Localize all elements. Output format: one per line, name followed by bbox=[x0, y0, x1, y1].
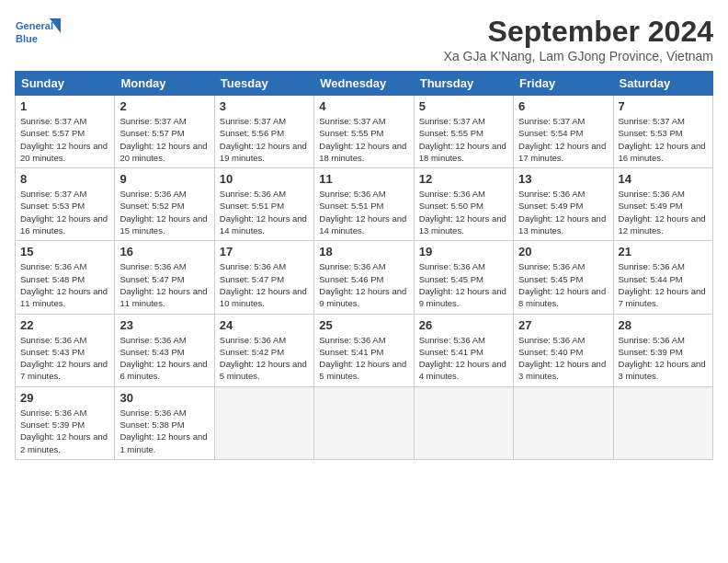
day-cell: 22 Sunrise: 5:36 AM Sunset: 5:43 PM Dayl… bbox=[16, 314, 115, 386]
sunrise-label: Sunrise: 5:36 AM bbox=[518, 189, 585, 199]
day-cell: 24 Sunrise: 5:36 AM Sunset: 5:42 PM Dayl… bbox=[214, 314, 313, 386]
sunset-label: Sunset: 5:53 PM bbox=[619, 128, 683, 138]
main-title: September 2024 bbox=[444, 15, 713, 49]
daylight-label: Daylight: 12 hours and 16 minutes. bbox=[20, 213, 108, 236]
daylight-label: Daylight: 12 hours and 5 minutes. bbox=[319, 359, 406, 381]
sunset-label: Sunset: 5:50 PM bbox=[419, 201, 483, 211]
sunrise-label: Sunrise: 5:37 AM bbox=[20, 116, 86, 126]
day-number: 18 bbox=[319, 245, 408, 259]
day-cell: 8 Sunrise: 5:37 AM Sunset: 5:53 PM Dayli… bbox=[16, 168, 115, 241]
day-number: 24 bbox=[220, 318, 309, 332]
col-header-thursday: Thursday bbox=[414, 72, 513, 96]
day-info: Sunrise: 5:36 AM Sunset: 5:45 PM Dayligh… bbox=[518, 260, 608, 309]
daylight-label: Daylight: 12 hours and 1 minute. bbox=[119, 431, 207, 454]
day-cell: 18 Sunrise: 5:36 AM Sunset: 5:46 PM Dayl… bbox=[314, 241, 414, 314]
sunrise-label: Sunrise: 5:36 AM bbox=[119, 189, 186, 199]
sunset-label: Sunset: 5:43 PM bbox=[119, 347, 184, 357]
day-info: Sunrise: 5:37 AM Sunset: 5:57 PM Dayligh… bbox=[119, 115, 209, 164]
sunrise-label: Sunrise: 5:36 AM bbox=[319, 335, 385, 345]
sunrise-label: Sunrise: 5:36 AM bbox=[119, 335, 186, 345]
sunrise-label: Sunrise: 5:36 AM bbox=[518, 335, 585, 345]
sunrise-label: Sunrise: 5:36 AM bbox=[20, 261, 86, 271]
day-info: Sunrise: 5:37 AM Sunset: 5:55 PM Dayligh… bbox=[419, 115, 508, 164]
daylight-label: Daylight: 12 hours and 7 minutes. bbox=[20, 359, 108, 381]
daylight-label: Daylight: 12 hours and 19 minutes. bbox=[220, 141, 307, 163]
col-header-monday: Monday bbox=[115, 72, 214, 96]
day-number: 25 bbox=[319, 318, 408, 332]
day-cell: 29 Sunrise: 5:36 AM Sunset: 5:39 PM Dayl… bbox=[16, 386, 115, 459]
sunrise-label: Sunrise: 5:36 AM bbox=[419, 189, 485, 199]
sunrise-label: Sunrise: 5:37 AM bbox=[319, 116, 385, 126]
sunset-label: Sunset: 5:55 PM bbox=[419, 128, 483, 138]
day-cell: 12 Sunrise: 5:36 AM Sunset: 5:50 PM Dayl… bbox=[414, 168, 513, 241]
daylight-label: Daylight: 12 hours and 9 minutes. bbox=[419, 286, 506, 308]
day-cell bbox=[214, 386, 313, 459]
sunrise-label: Sunrise: 5:36 AM bbox=[419, 335, 485, 345]
day-info: Sunrise: 5:37 AM Sunset: 5:56 PM Dayligh… bbox=[220, 115, 309, 164]
day-info: Sunrise: 5:36 AM Sunset: 5:39 PM Dayligh… bbox=[20, 407, 109, 455]
day-number: 7 bbox=[619, 99, 708, 113]
sunset-label: Sunset: 5:55 PM bbox=[319, 128, 383, 138]
daylight-label: Daylight: 12 hours and 13 minutes. bbox=[419, 213, 506, 236]
day-number: 17 bbox=[220, 245, 309, 259]
day-cell: 23 Sunrise: 5:36 AM Sunset: 5:43 PM Dayl… bbox=[115, 314, 214, 386]
sunset-label: Sunset: 5:48 PM bbox=[20, 274, 85, 284]
col-header-tuesday: Tuesday bbox=[214, 72, 313, 96]
day-number: 15 bbox=[20, 245, 109, 259]
day-number: 2 bbox=[119, 99, 209, 113]
day-number: 12 bbox=[419, 172, 508, 186]
sunrise-label: Sunrise: 5:36 AM bbox=[619, 261, 685, 271]
sunrise-label: Sunrise: 5:37 AM bbox=[518, 116, 585, 126]
day-cell: 30 Sunrise: 5:36 AM Sunset: 5:38 PM Dayl… bbox=[115, 386, 214, 459]
svg-text:Blue: Blue bbox=[16, 33, 38, 44]
daylight-label: Daylight: 12 hours and 11 minutes. bbox=[119, 286, 207, 308]
day-cell: 10 Sunrise: 5:36 AM Sunset: 5:51 PM Dayl… bbox=[214, 168, 313, 241]
header: General Blue September 2024 Xa GJa K'Nan… bbox=[15, 15, 713, 63]
sunset-label: Sunset: 5:47 PM bbox=[220, 274, 284, 284]
day-info: Sunrise: 5:36 AM Sunset: 5:44 PM Dayligh… bbox=[619, 260, 708, 309]
day-cell bbox=[514, 386, 613, 459]
sunrise-label: Sunrise: 5:36 AM bbox=[20, 408, 86, 418]
day-number: 8 bbox=[20, 172, 109, 186]
sunset-label: Sunset: 5:45 PM bbox=[518, 274, 583, 284]
daylight-label: Daylight: 12 hours and 13 minutes. bbox=[518, 213, 606, 236]
daylight-label: Daylight: 12 hours and 11 minutes. bbox=[20, 286, 108, 308]
sunset-label: Sunset: 5:47 PM bbox=[119, 274, 184, 284]
sunset-label: Sunset: 5:46 PM bbox=[319, 274, 383, 284]
day-cell: 15 Sunrise: 5:36 AM Sunset: 5:48 PM Dayl… bbox=[16, 241, 115, 314]
day-cell bbox=[613, 386, 712, 459]
daylight-label: Daylight: 12 hours and 15 minutes. bbox=[119, 213, 207, 236]
sunset-label: Sunset: 5:51 PM bbox=[220, 201, 284, 211]
week-row-2: 8 Sunrise: 5:37 AM Sunset: 5:53 PM Dayli… bbox=[16, 168, 713, 241]
col-header-friday: Friday bbox=[514, 72, 613, 96]
day-info: Sunrise: 5:36 AM Sunset: 5:41 PM Dayligh… bbox=[319, 334, 408, 383]
sunset-label: Sunset: 5:57 PM bbox=[119, 128, 184, 138]
day-number: 16 bbox=[119, 245, 209, 259]
sunset-label: Sunset: 5:38 PM bbox=[119, 419, 184, 430]
day-info: Sunrise: 5:36 AM Sunset: 5:43 PM Dayligh… bbox=[119, 334, 209, 383]
day-number: 11 bbox=[319, 172, 408, 186]
sunset-label: Sunset: 5:41 PM bbox=[419, 347, 483, 357]
sunset-label: Sunset: 5:43 PM bbox=[20, 347, 85, 357]
sunset-label: Sunset: 5:39 PM bbox=[619, 347, 683, 357]
day-cell: 7 Sunrise: 5:37 AM Sunset: 5:53 PM Dayli… bbox=[613, 96, 712, 168]
day-cell: 13 Sunrise: 5:36 AM Sunset: 5:49 PM Dayl… bbox=[514, 168, 613, 241]
day-number: 9 bbox=[119, 172, 209, 186]
sunrise-label: Sunrise: 5:36 AM bbox=[319, 189, 385, 199]
daylight-label: Daylight: 12 hours and 16 minutes. bbox=[619, 141, 706, 163]
sunset-label: Sunset: 5:41 PM bbox=[319, 347, 383, 357]
day-info: Sunrise: 5:37 AM Sunset: 5:55 PM Dayligh… bbox=[319, 115, 408, 164]
day-cell bbox=[314, 386, 414, 459]
sunrise-label: Sunrise: 5:36 AM bbox=[419, 261, 485, 271]
day-info: Sunrise: 5:36 AM Sunset: 5:50 PM Dayligh… bbox=[419, 188, 508, 236]
sunset-label: Sunset: 5:52 PM bbox=[119, 201, 184, 211]
day-cell bbox=[414, 386, 513, 459]
day-info: Sunrise: 5:36 AM Sunset: 5:47 PM Dayligh… bbox=[119, 260, 209, 309]
day-number: 10 bbox=[220, 172, 309, 186]
day-cell: 19 Sunrise: 5:36 AM Sunset: 5:45 PM Dayl… bbox=[414, 241, 513, 314]
sunrise-label: Sunrise: 5:37 AM bbox=[419, 116, 485, 126]
day-cell: 25 Sunrise: 5:36 AM Sunset: 5:41 PM Dayl… bbox=[314, 314, 414, 386]
day-number: 1 bbox=[20, 99, 109, 113]
daylight-label: Daylight: 12 hours and 7 minutes. bbox=[619, 286, 706, 308]
sunrise-label: Sunrise: 5:36 AM bbox=[619, 189, 685, 199]
